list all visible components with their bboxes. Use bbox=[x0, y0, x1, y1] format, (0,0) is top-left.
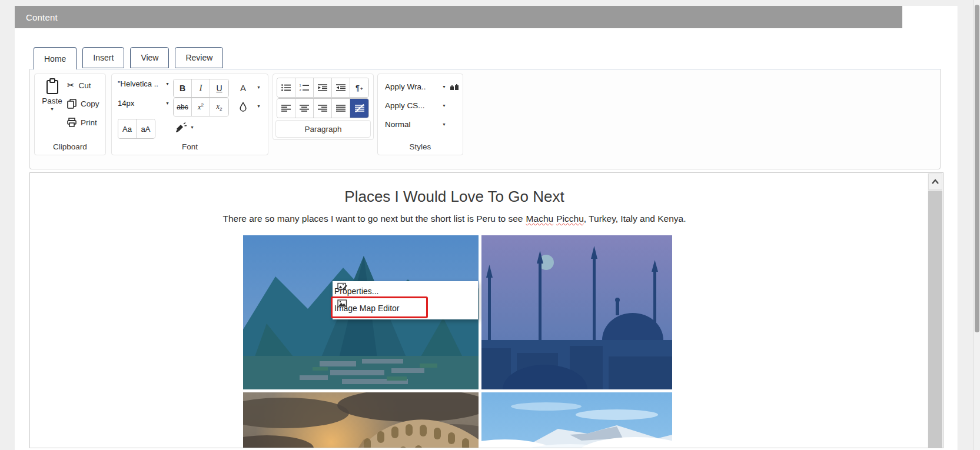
underline-button[interactable]: U bbox=[210, 79, 228, 97]
align-none-button[interactable] bbox=[350, 99, 368, 118]
align-right-button[interactable] bbox=[314, 99, 332, 118]
print-icon bbox=[67, 118, 77, 127]
tab-review[interactable]: Review bbox=[175, 47, 223, 68]
module-title: Content bbox=[26, 12, 58, 22]
strikethrough-button[interactable]: abc bbox=[174, 98, 192, 116]
droplet-icon bbox=[239, 102, 247, 112]
align-center-icon bbox=[299, 104, 310, 112]
format-painter-icon bbox=[175, 122, 187, 132]
highlight-annotation bbox=[331, 296, 428, 318]
cut-button[interactable]: ✂ Cut bbox=[67, 80, 91, 91]
tab-view[interactable]: View bbox=[130, 47, 169, 68]
paste-caret-icon[interactable]: ▼ bbox=[50, 107, 54, 111]
copy-icon bbox=[67, 99, 77, 109]
photo-grid bbox=[243, 235, 672, 448]
font-color-caret-icon[interactable]: ▼ bbox=[257, 85, 261, 89]
tab-insert[interactable]: Insert bbox=[82, 47, 124, 68]
background-color-button[interactable] bbox=[235, 98, 251, 115]
apply-css-caret-icon: ▼ bbox=[442, 104, 446, 108]
background-color-caret-icon[interactable]: ▼ bbox=[257, 104, 261, 108]
paste-button[interactable]: Paste ▼ bbox=[38, 78, 66, 126]
format-painter-caret-icon: ▼ bbox=[190, 125, 194, 129]
alignment-cluster bbox=[277, 98, 369, 118]
page-scrollbar[interactable] bbox=[974, 0, 980, 450]
font-group-label: Font bbox=[112, 142, 268, 151]
uppercase-button[interactable]: aA bbox=[137, 119, 155, 138]
print-button[interactable]: Print bbox=[67, 118, 97, 127]
scrollbar-thumb[interactable] bbox=[928, 191, 942, 448]
kilimanjaro-photo[interactable] bbox=[481, 392, 672, 448]
tab-home[interactable]: Home bbox=[34, 47, 77, 69]
scroll-up-button[interactable] bbox=[928, 174, 942, 190]
indent-button[interactable] bbox=[314, 78, 332, 97]
scissors-icon: ✂ bbox=[67, 80, 75, 91]
indent-icon bbox=[317, 84, 328, 92]
align-none-icon bbox=[354, 104, 365, 112]
castle-icon bbox=[450, 82, 460, 91]
document-paragraph: There are so many places I want to go ne… bbox=[31, 214, 878, 224]
copy-button[interactable]: Copy bbox=[67, 99, 99, 109]
outdent-button[interactable] bbox=[332, 78, 350, 97]
editor-content-area[interactable]: Places I Would Love To Go Next There are… bbox=[29, 172, 944, 448]
apply-wrap-caret-icon: ▼ bbox=[442, 85, 446, 89]
clipboard-icon bbox=[45, 78, 59, 95]
page: Content Home Insert View Review Paste ▼ … bbox=[0, 0, 980, 450]
align-justify-button[interactable] bbox=[332, 99, 350, 118]
format-block-caret-icon: ▼ bbox=[442, 122, 446, 126]
superscript-button[interactable]: x2 bbox=[192, 98, 210, 116]
misspelled-word: Machu bbox=[526, 214, 554, 224]
colosseum-photo[interactable] bbox=[243, 392, 479, 448]
font-style-cluster: B I U bbox=[173, 79, 229, 98]
format-painter-button[interactable]: ▼ bbox=[175, 122, 194, 132]
bullet-list-icon bbox=[281, 84, 291, 92]
font-group: "Helvetica .. ▼ B I U A ▼ 14px ▼ bbox=[111, 74, 268, 155]
svg-text:1: 1 bbox=[300, 84, 301, 87]
bold-button[interactable]: B bbox=[174, 79, 192, 97]
font-family-select[interactable]: "Helvetica .. ▼ bbox=[118, 79, 170, 88]
paragraph-group-label: Paragraph bbox=[275, 120, 371, 138]
font-family-caret-icon: ▼ bbox=[165, 82, 170, 86]
clipboard-group: Paste ▼ ✂ Cut Copy Print bbox=[34, 74, 106, 155]
styles-group: Apply Wra.. ▼ Apply CS... ▼ Normal ▼ Sty… bbox=[377, 74, 463, 155]
outdent-icon bbox=[335, 84, 346, 92]
align-center-button[interactable] bbox=[295, 99, 314, 118]
misspelled-word: Picchu bbox=[556, 214, 584, 224]
clipboard-group-label: Clipboard bbox=[35, 142, 105, 151]
italic-button[interactable]: I bbox=[192, 79, 210, 97]
align-right-icon bbox=[317, 104, 328, 112]
hagia-sophia-photo[interactable] bbox=[481, 235, 672, 389]
module-header: Content bbox=[15, 6, 902, 28]
align-justify-icon bbox=[335, 104, 346, 112]
insert-paragraph-button[interactable]: ¶+ bbox=[350, 78, 368, 97]
numbered-list-button[interactable]: 1 2 bbox=[295, 78, 314, 97]
paragraph-group: 1 2 bbox=[273, 74, 374, 140]
styles-group-label: Styles bbox=[378, 142, 463, 151]
page-scrollbar-thumb[interactable] bbox=[975, 5, 979, 332]
subscript-button[interactable]: x2 bbox=[210, 98, 228, 116]
font-size-caret-icon: ▼ bbox=[165, 101, 170, 105]
align-left-icon bbox=[281, 104, 291, 112]
ribbon-toolbar: Paste ▼ ✂ Cut Copy Print bbox=[29, 69, 941, 169]
module-manager-button[interactable] bbox=[450, 82, 460, 93]
font-color-button[interactable]: A bbox=[235, 79, 251, 96]
capitalize-button[interactable]: Aa bbox=[118, 119, 137, 138]
editor-tab-strip: Home Insert View Review bbox=[34, 47, 223, 69]
bullet-list-button[interactable] bbox=[277, 78, 295, 97]
capitalization-cluster: Aa aA bbox=[118, 119, 155, 139]
font-script-cluster: abc x2 x2 bbox=[173, 98, 229, 116]
document-heading: Places I Would Love To Go Next bbox=[31, 188, 878, 206]
apply-css-select[interactable]: Apply CS... ▼ bbox=[385, 100, 446, 111]
numbered-list-icon: 1 2 bbox=[299, 84, 310, 92]
font-size-select[interactable]: 14px ▼ bbox=[118, 99, 170, 108]
align-left-button[interactable] bbox=[277, 99, 295, 118]
format-block-select[interactable]: Normal ▼ bbox=[385, 119, 446, 129]
apply-wrap-select[interactable]: Apply Wra.. ▼ bbox=[385, 81, 446, 92]
chevron-up-icon bbox=[931, 178, 940, 186]
list-indent-cluster: 1 2 bbox=[277, 78, 369, 98]
svg-text:2: 2 bbox=[300, 88, 301, 92]
editor-scrollbar[interactable] bbox=[928, 173, 943, 448]
